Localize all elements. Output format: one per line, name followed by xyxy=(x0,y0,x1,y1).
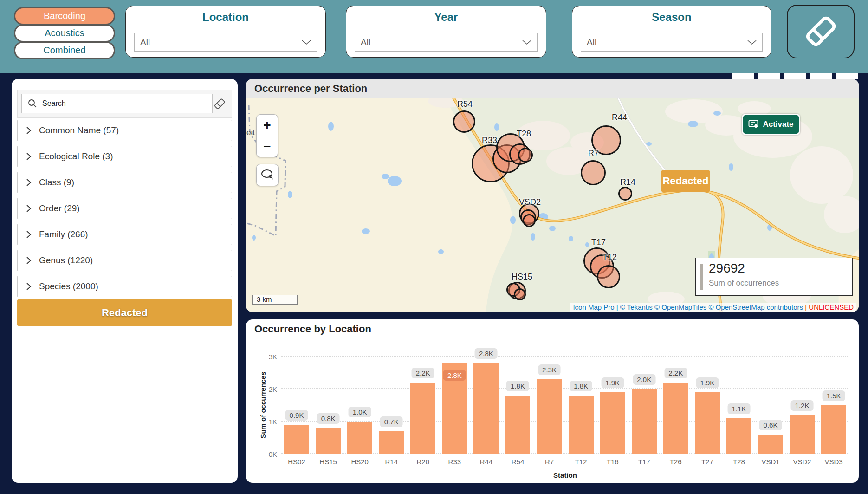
chevron-down-icon xyxy=(747,40,757,45)
zoom-out-button[interactable]: − xyxy=(257,136,278,157)
station-bubble-HS15[interactable] xyxy=(514,288,526,300)
lasso-icon xyxy=(260,169,275,182)
station-label-T17: T17 xyxy=(591,238,606,247)
search-input[interactable]: Search xyxy=(21,94,213,113)
x-tick-label-T28: T28 xyxy=(723,458,755,466)
bar-VSD3[interactable] xyxy=(821,405,846,454)
search-placeholder: Search xyxy=(42,99,66,108)
clear-search-button[interactable] xyxy=(213,98,226,110)
filter-card-season: Season All xyxy=(572,6,771,58)
bar-column-T12: 1.8K xyxy=(565,357,597,454)
x-tick-label-T27: T27 xyxy=(692,458,723,466)
filter-row-genus[interactable]: Genus (1220) xyxy=(17,250,232,271)
zoom-in-button[interactable]: + xyxy=(257,115,278,136)
visual-header-tab[interactable] xyxy=(784,73,806,79)
attribution-link[interactable]: Icon Map Pro xyxy=(573,303,614,311)
bar-T28[interactable] xyxy=(726,418,751,454)
bar-column-R14: 0.7K xyxy=(376,357,407,454)
map-canvas[interactable]: + − eit R54R33T28R44R7R14VSD2T17T12HS15 … xyxy=(246,98,859,312)
bar-column-R54: 1.8K xyxy=(502,357,533,454)
station-label-HS15: HS15 xyxy=(512,272,532,282)
filter-row-species[interactable]: Species (2000) xyxy=(17,276,232,297)
bar-T26[interactable] xyxy=(663,383,688,454)
x-tick-label-T17: T17 xyxy=(628,458,660,466)
chart-plot-area: 0K1K2K3K0.9K0.8K1.0K0.7K2.2K2.8K2.8K1.8K… xyxy=(281,357,849,454)
filter-row-label: Common Name (57) xyxy=(39,125,119,136)
filter-row-ecological[interactable]: Ecological Role (3) xyxy=(17,146,232,167)
y-tick-label: 1K xyxy=(259,418,277,426)
bar-R44[interactable] xyxy=(473,363,499,454)
season-dropdown[interactable]: All xyxy=(581,33,763,52)
bar-T12[interactable] xyxy=(569,396,594,454)
clear-all-filters-button[interactable] xyxy=(787,5,855,58)
year-dropdown-value: All xyxy=(361,37,370,47)
bar-R14[interactable] xyxy=(379,431,404,454)
filter-row-order[interactable]: Order (29) xyxy=(17,198,232,219)
chevron-right-icon xyxy=(26,282,32,291)
station-bubble-R14[interactable] xyxy=(618,187,632,201)
filter-row-family[interactable]: Family (266) xyxy=(17,224,232,245)
bar-data-label-T12: 1.8K xyxy=(570,381,592,391)
redacted-button[interactable]: Redacted xyxy=(17,299,232,326)
bar-data-label-T28: 1.1K xyxy=(727,403,750,414)
chart-title: Occurrence by Location xyxy=(254,323,371,335)
bar-data-label-VSD2: 1.2K xyxy=(791,400,814,411)
x-tick-label-HS20: HS20 xyxy=(344,458,376,466)
filter-sidebar: Search Common Name (57)Ecological Role (… xyxy=(12,79,238,483)
filter-row-class[interactable]: Class (9) xyxy=(17,172,232,193)
bar-data-label-T27: 1.9K xyxy=(696,377,719,388)
bar-T27[interactable] xyxy=(695,392,720,454)
attribution-link[interactable]: OpenStreetMap contributors xyxy=(716,303,803,311)
visual-header-tab[interactable] xyxy=(732,73,754,79)
bar-R7[interactable] xyxy=(537,379,562,454)
bar-HS02[interactable] xyxy=(284,425,309,454)
station-bubble-R7[interactable] xyxy=(581,160,606,185)
x-tick-label-T16: T16 xyxy=(597,458,628,466)
map-place-label-partial: eit xyxy=(246,128,255,137)
bar-data-label-VSD1: 0.6K xyxy=(759,420,782,430)
bar-column-VSD1: 0.6K xyxy=(755,357,786,454)
attribution-text: | © xyxy=(615,303,627,311)
x-tick-label-R7: R7 xyxy=(534,458,565,466)
bar-column-T26: 2.2K xyxy=(660,357,692,454)
attribution-link[interactable]: OpenMapTiles xyxy=(661,303,706,311)
activate-label: Activate xyxy=(763,120,793,129)
map-visual-header: Occurrence per Station xyxy=(246,79,859,98)
bar-HS20[interactable] xyxy=(347,422,372,454)
visual-header-tab[interactable] xyxy=(758,73,780,79)
y-tick-label: 2K xyxy=(259,385,277,393)
view-button-combined[interactable]: Combined xyxy=(14,41,115,59)
x-tick-label-VSD2: VSD2 xyxy=(786,458,818,466)
bar-T17[interactable] xyxy=(632,389,657,454)
station-bubble-T12[interactable] xyxy=(597,265,620,288)
station-label-T12: T12 xyxy=(602,253,617,262)
activate-button[interactable]: Activate xyxy=(742,114,800,135)
station-bubble-T28[interactable] xyxy=(518,148,533,162)
bar-R54[interactable] xyxy=(505,396,530,454)
map-visual: Occurrence per Station xyxy=(246,79,859,312)
location-dropdown[interactable]: All xyxy=(134,33,317,52)
bar-column-HS15: 0.8K xyxy=(312,357,344,454)
year-dropdown[interactable]: All xyxy=(355,33,538,52)
lasso-select-button[interactable] xyxy=(256,164,279,186)
filter-card-location: Location All xyxy=(125,6,326,58)
bar-T16[interactable] xyxy=(600,392,625,454)
station-bubble-VSD2[interactable] xyxy=(523,214,536,227)
bar-VSD1[interactable] xyxy=(758,435,783,454)
station-bubble-R54[interactable] xyxy=(453,110,475,133)
bar-R20[interactable] xyxy=(410,383,435,454)
bar-data-label-HS20: 1.0K xyxy=(349,407,371,417)
search-bar: Search xyxy=(17,90,232,118)
visual-header-tab[interactable] xyxy=(810,73,832,79)
attribution-link[interactable]: Tekantis xyxy=(627,303,653,311)
visual-header-tab[interactable] xyxy=(836,73,858,79)
x-tick-label-T12: T12 xyxy=(565,458,597,466)
filter-row-label: Ecological Role (3) xyxy=(39,151,113,162)
view-button-acoustics[interactable]: Acoustics xyxy=(14,24,115,42)
view-button-barcoding[interactable]: Barcoding xyxy=(14,7,115,25)
bar-HS15[interactable] xyxy=(316,428,341,454)
filter-row-common[interactable]: Common Name (57) xyxy=(17,120,232,141)
bar-column-HS20: 1.0K xyxy=(344,357,376,454)
top-header: BarcodingAcousticsCombined Location All … xyxy=(0,0,868,73)
bar-VSD2[interactable] xyxy=(790,415,815,454)
